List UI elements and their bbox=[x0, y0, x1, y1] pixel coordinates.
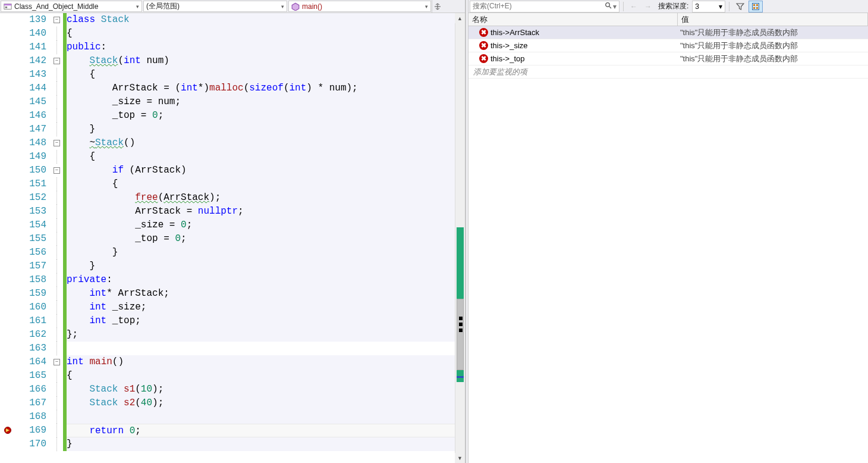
code-text[interactable]: private: bbox=[67, 273, 465, 287]
watch-col-value-header[interactable]: 值 bbox=[678, 13, 868, 26]
line-number: 170 bbox=[20, 437, 52, 451]
error-icon: ✖ bbox=[479, 41, 488, 50]
fold-collapse-icon[interactable]: − bbox=[54, 167, 60, 174]
code-line[interactable]: 143 { bbox=[0, 68, 465, 82]
watch-search-input[interactable]: 搜索(Ctrl+E) ▾ bbox=[470, 1, 619, 12]
code-line[interactable]: 157 } bbox=[0, 259, 465, 273]
nav-forward-button[interactable]: → bbox=[641, 1, 655, 12]
code-text[interactable]: Stack s2(40); bbox=[67, 396, 465, 410]
code-line[interactable]: 169 return 0; bbox=[0, 424, 465, 437]
code-text[interactable]: { bbox=[67, 27, 465, 40]
code-text-area[interactable]: 139−class Stack140{141public:142− Stack(… bbox=[0, 13, 465, 463]
watch-name: this->_top bbox=[490, 54, 524, 63]
scroll-thumb[interactable] bbox=[457, 299, 464, 370]
code-line[interactable]: 145 _size = num; bbox=[0, 95, 465, 109]
fold-collapse-icon[interactable]: − bbox=[54, 58, 60, 64]
code-text[interactable]: _top = 0; bbox=[67, 232, 465, 246]
nav-split-button[interactable] bbox=[432, 0, 442, 12]
nav-function-combo[interactable]: main() ▾ bbox=[288, 1, 431, 12]
code-text[interactable]: free(ArrStack); bbox=[67, 191, 465, 205]
code-line[interactable]: 152 free(ArrStack); bbox=[0, 191, 465, 205]
watch-col-name-header[interactable]: 名称 bbox=[468, 13, 678, 26]
fold-collapse-icon[interactable]: − bbox=[54, 140, 60, 146]
scroll-up-arrow[interactable]: ▲ bbox=[455, 13, 465, 23]
show-raw-button[interactable] bbox=[749, 1, 763, 12]
code-line[interactable]: 148− ~Stack() bbox=[0, 136, 465, 150]
filter-button[interactable] bbox=[733, 1, 747, 12]
code-text[interactable]: ArrStack = nullptr; bbox=[67, 205, 465, 218]
nav-project-combo[interactable]: Class_And_Object_Middle ▾ bbox=[1, 1, 142, 12]
code-text[interactable]: { bbox=[67, 369, 465, 383]
code-line[interactable]: 154 _size = 0; bbox=[0, 218, 465, 232]
code-line[interactable]: 168 bbox=[0, 410, 465, 424]
editor-nav-bar: Class_And_Object_Middle ▾ (全局范围) ▾ main(… bbox=[0, 0, 465, 13]
line-number: 160 bbox=[20, 301, 52, 314]
code-line[interactable]: 156 } bbox=[0, 246, 465, 259]
code-line[interactable]: 139−class Stack bbox=[0, 13, 465, 27]
code-text[interactable]: int _top; bbox=[67, 314, 465, 328]
code-line[interactable]: 160 int _size; bbox=[0, 301, 465, 314]
code-line[interactable]: 170} bbox=[0, 437, 465, 451]
nav-back-button[interactable]: ← bbox=[627, 1, 640, 12]
code-line[interactable]: 151 { bbox=[0, 177, 465, 191]
code-text[interactable]: _size = num; bbox=[67, 95, 465, 109]
code-line[interactable]: 161 int _top; bbox=[0, 314, 465, 328]
splitter-grip-icon[interactable] bbox=[457, 317, 465, 332]
watch-rows-container: ✖this->ArrStack"this"只能用于非静态成员函数内部✖this-… bbox=[468, 26, 868, 79]
code-line[interactable]: 149 { bbox=[0, 150, 465, 164]
code-text[interactable] bbox=[67, 410, 465, 424]
code-line[interactable]: 159 int* ArrStack; bbox=[0, 287, 465, 301]
code-line[interactable]: 153 ArrStack = nullptr; bbox=[0, 205, 465, 218]
code-text[interactable]: int _size; bbox=[67, 301, 465, 314]
code-text[interactable]: _size = 0; bbox=[67, 218, 465, 232]
code-line[interactable]: 163 bbox=[0, 342, 465, 355]
watch-add-new[interactable]: 添加要监视的项 bbox=[468, 65, 868, 79]
code-text[interactable]: public: bbox=[67, 40, 465, 54]
code-line[interactable]: 141public: bbox=[0, 40, 465, 54]
code-line[interactable]: 144 ArrStack = (int*)malloc(sizeof(int) … bbox=[0, 82, 465, 95]
code-text[interactable]: return 0; bbox=[67, 424, 465, 437]
editor-vertical-scrollbar[interactable]: ▲ ▼ bbox=[455, 13, 465, 463]
code-line[interactable]: 162}; bbox=[0, 328, 465, 342]
code-text[interactable] bbox=[67, 342, 465, 355]
code-text[interactable]: int main() bbox=[67, 355, 465, 369]
search-icon bbox=[605, 2, 612, 11]
line-number: 142 bbox=[20, 54, 52, 68]
code-text[interactable]: }; bbox=[67, 328, 465, 342]
code-line[interactable]: 164−int main() bbox=[0, 355, 465, 369]
code-line[interactable]: 166 Stack s1(10); bbox=[0, 383, 465, 396]
code-text[interactable]: { bbox=[67, 150, 465, 164]
watch-row[interactable]: ✖this->ArrStack"this"只能用于非静态成员函数内部 bbox=[468, 26, 868, 39]
code-text[interactable]: } bbox=[67, 123, 465, 136]
scroll-down-arrow[interactable]: ▼ bbox=[455, 453, 465, 463]
code-line[interactable]: 158private: bbox=[0, 273, 465, 287]
breakpoint-current-icon[interactable] bbox=[0, 424, 20, 437]
fold-collapse-icon[interactable]: − bbox=[54, 17, 60, 23]
watch-row[interactable]: ✖this->_top"this"只能用于非静态成员函数内部 bbox=[468, 52, 868, 65]
code-text[interactable]: ~Stack() bbox=[67, 136, 465, 150]
watch-row[interactable]: ✖this->_size"this"只能用于非静态成员函数内部 bbox=[468, 39, 868, 52]
code-line[interactable]: 146 _top = 0; bbox=[0, 109, 465, 123]
code-line[interactable]: 150− if (ArrStack) bbox=[0, 164, 465, 177]
code-text[interactable]: Stack s1(10); bbox=[67, 383, 465, 396]
code-text[interactable]: _top = 0; bbox=[67, 109, 465, 123]
code-text[interactable]: class Stack bbox=[67, 13, 465, 27]
nav-scope-combo[interactable]: (全局范围) ▾ bbox=[143, 1, 287, 12]
code-text[interactable]: ArrStack = (int*)malloc(sizeof(int) * nu… bbox=[67, 82, 465, 95]
code-text[interactable]: } bbox=[67, 259, 465, 273]
code-line[interactable]: 165{ bbox=[0, 369, 465, 383]
code-text[interactable]: { bbox=[67, 68, 465, 82]
code-text[interactable]: { bbox=[67, 177, 465, 191]
code-text[interactable]: } bbox=[67, 246, 465, 259]
fold-collapse-icon[interactable]: − bbox=[54, 359, 60, 365]
code-line[interactable]: 140{ bbox=[0, 27, 465, 40]
code-text[interactable]: Stack(int num) bbox=[67, 54, 465, 68]
search-depth-input[interactable]: 3 ▾ bbox=[692, 1, 725, 12]
code-line[interactable]: 155 _top = 0; bbox=[0, 232, 465, 246]
code-text[interactable]: if (ArrStack) bbox=[67, 164, 465, 177]
code-text[interactable]: } bbox=[67, 437, 465, 451]
code-text[interactable]: int* ArrStack; bbox=[67, 287, 465, 301]
code-line[interactable]: 142− Stack(int num) bbox=[0, 54, 465, 68]
code-line[interactable]: 147 } bbox=[0, 123, 465, 136]
code-line[interactable]: 167 Stack s2(40); bbox=[0, 396, 465, 410]
